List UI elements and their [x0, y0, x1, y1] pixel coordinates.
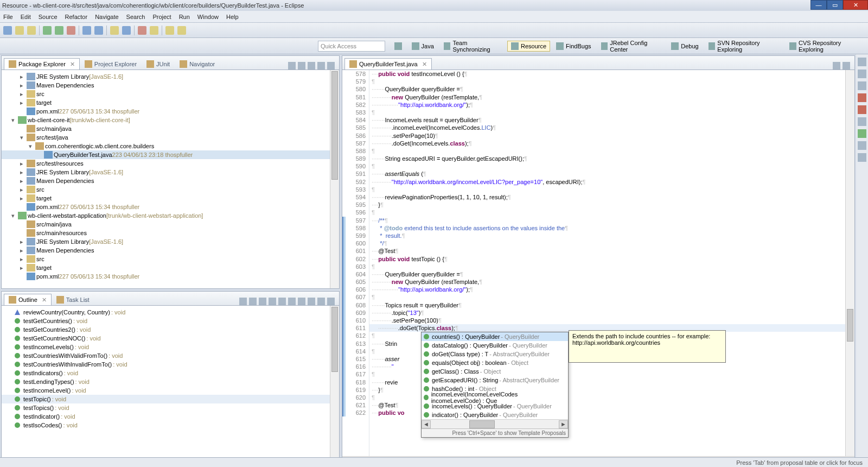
bookmark-icon[interactable]	[858, 81, 866, 90]
error-next-icon[interactable]	[858, 105, 866, 114]
help-icon[interactable]	[858, 117, 866, 126]
collapse-all-icon[interactable]	[288, 62, 296, 70]
close-button[interactable]: ✕	[843, 0, 868, 10]
link-icon[interactable]	[298, 298, 305, 305]
maximize-view-icon[interactable]	[327, 62, 335, 70]
tree-item[interactable]: ▸src	[2, 90, 339, 98]
scrollbar-vertical[interactable]	[330, 306, 339, 465]
toggle-mark-icon[interactable]	[138, 26, 146, 35]
menu-file[interactable]: File	[3, 14, 13, 20]
forward-icon[interactable]	[177, 26, 186, 35]
proposal-item[interactable]: dataCatalog() : QueryBuilder - QueryBuil…	[422, 341, 568, 350]
quick-access-input[interactable]: Quick Access	[318, 41, 385, 52]
tree-item[interactable]: ▸JRE System Library [JavaSE-1.6]	[2, 72, 339, 81]
tree-item[interactable]: ▾wb-client-core-it [trunk/wb-client-core…	[2, 116, 339, 124]
perspective-resource[interactable]: Resource	[507, 41, 550, 52]
tree-item[interactable]: src/main/resources	[2, 229, 339, 237]
tree-item[interactable]: ▸target	[2, 263, 339, 272]
hide-nonpublic-icon[interactable]	[269, 298, 276, 305]
outline-icon[interactable]	[858, 58, 866, 66]
annotations-icon[interactable]	[150, 26, 158, 35]
tab-task-list[interactable]: Task List	[52, 294, 94, 305]
outline-item[interactable]: testIndicators() : void	[2, 369, 339, 377]
minimize-view-icon[interactable]	[317, 62, 325, 70]
outline-item[interactable]: testGetCountries2() : void	[2, 325, 339, 334]
scrollbar-horizontal[interactable]: ◄►	[422, 419, 568, 428]
tree-item[interactable]: src/main/java	[2, 220, 339, 229]
outline-item[interactable]: testLendingTypes() : void	[2, 377, 339, 386]
maximize-button[interactable]: ▭	[827, 0, 843, 10]
scrollbar-vertical[interactable]	[845, 70, 854, 456]
link-editor-icon[interactable]	[298, 62, 305, 70]
outline-item[interactable]: testIncomeLevels() : void	[2, 343, 339, 351]
close-icon[interactable]: ✕	[422, 61, 427, 68]
menu-help[interactable]: Help	[226, 14, 239, 20]
perspective-team-synchronizing[interactable]: Team Synchronizing	[440, 38, 505, 54]
outline-item[interactable]: testCountriesWithValidFromTo() : void	[2, 351, 339, 360]
outline-item[interactable]: testIndicator() : void	[2, 412, 339, 421]
error-icon[interactable]	[858, 93, 866, 102]
perspective-jrebel-config-center[interactable]: JRebel Config Center	[597, 38, 666, 54]
tree-item[interactable]: src/main/java	[2, 124, 339, 133]
outline-item[interactable]: testIsoCodes() : void	[2, 421, 339, 430]
tree-item[interactable]: ▸src	[2, 185, 339, 194]
perspective-svn-repository-exploring[interactable]: SVN Repository Exploring	[705, 38, 784, 54]
tree-item[interactable]: ▸Maven Dependencies	[2, 81, 339, 90]
proposal-item[interactable]: incomeLevel(IncomeLevelCodes incomeLevel…	[422, 393, 568, 402]
view-menu-icon[interactable]	[308, 62, 315, 70]
tree-item[interactable]: ▾wb-client-webstart-application [trunk/w…	[2, 211, 339, 220]
back-icon[interactable]	[165, 26, 174, 35]
open-type-icon[interactable]	[110, 26, 119, 35]
tree-item[interactable]: pom.xml 227 05/06/13 15:34 thospfuller	[2, 107, 339, 116]
proposal-item[interactable]: doGet(Class type) : T - AbstractQueryBui…	[422, 350, 568, 358]
perspective-findbugs[interactable]: FindBugs	[552, 41, 595, 52]
open-perspective-button[interactable]	[391, 41, 406, 52]
tree-item[interactable]: ▸JRE System Library [JavaSE-1.6]	[2, 168, 339, 176]
search-icon[interactable]	[122, 26, 131, 35]
new-icon[interactable]	[3, 26, 12, 35]
outline-item[interactable]: testIncomeLevel() : void	[2, 386, 339, 395]
tree-item[interactable]: ▸target	[2, 194, 339, 203]
outline-item[interactable]: reviewCountry(Country, Country) : void	[2, 308, 339, 317]
history-icon[interactable]	[858, 153, 866, 162]
menu-project[interactable]: Project	[152, 14, 171, 20]
close-icon[interactable]: ✕	[70, 61, 75, 68]
outline-list[interactable]: reviewCountry(Country, Country) : voidte…	[2, 306, 339, 465]
tree-item[interactable]: ▾src/test/java	[2, 133, 339, 142]
proposal-item[interactable]: incomeLevels() : QueryBuilder - QueryBui…	[422, 402, 568, 411]
focus-icon[interactable]	[288, 298, 296, 305]
tree-item[interactable]: ▸Maven Dependencies	[2, 176, 339, 185]
tree-item[interactable]: ▾com.coherentlogic.wb.client.core.builde…	[2, 142, 339, 150]
debug-icon[interactable]	[43, 26, 52, 35]
tree-item[interactable]: ▸target	[2, 98, 339, 107]
sync-icon[interactable]	[858, 141, 866, 150]
maximize-view-icon[interactable]	[327, 298, 335, 305]
new-package-icon[interactable]	[82, 26, 91, 35]
scrollbar-vertical[interactable]	[330, 70, 339, 288]
tree-item[interactable]: ▸src	[2, 255, 339, 263]
run-icon[interactable]	[55, 26, 63, 35]
editor-tab[interactable]: QueryBuilderTest.java ✕	[344, 58, 432, 70]
hide-local-icon[interactable]	[278, 298, 286, 305]
outline-item[interactable]: testTopics() : void	[2, 403, 339, 412]
tab-junit[interactable]: JUnit	[142, 58, 175, 70]
tree-item[interactable]: pom.xml 227 05/06/13 15:34 thospfuller	[2, 272, 339, 281]
proposal-item[interactable]: equals(Object obj) : boolean - Object	[422, 358, 568, 367]
hide-fields-icon[interactable]	[249, 298, 257, 305]
menu-navigate[interactable]: Navigate	[95, 14, 118, 20]
run-last-icon[interactable]	[67, 26, 75, 35]
proposal-item[interactable]: getEscapedURI() : String - AbstractQuery…	[422, 376, 568, 384]
editor-body[interactable]: 5785795805815825835845855865875885895905…	[342, 70, 854, 456]
proposal-item[interactable]: indicator() : QueryBuilder - QueryBuilde…	[422, 411, 568, 419]
proposal-item[interactable]: countries() : QueryBuilder - QueryBuilde…	[422, 332, 568, 341]
new-class-icon[interactable]	[94, 26, 103, 35]
close-icon[interactable]: ✕	[42, 296, 47, 304]
perspective-java[interactable]: Java	[408, 41, 438, 52]
content-assist-popup[interactable]: countries() : QueryBuilder - QueryBuilde…	[421, 332, 569, 438]
view-menu-icon[interactable]	[308, 298, 315, 305]
outline-item[interactable]: testCountriesWithInvalidFromTo() : void	[2, 360, 339, 369]
perspective-cvs-repository-exploring[interactable]: CVS Repository Exploring	[786, 38, 865, 54]
outline-item[interactable]: testGetCountriesNOC() : void	[2, 334, 339, 343]
menu-search[interactable]: Search	[126, 14, 145, 20]
menu-source[interactable]: Source	[39, 14, 58, 20]
